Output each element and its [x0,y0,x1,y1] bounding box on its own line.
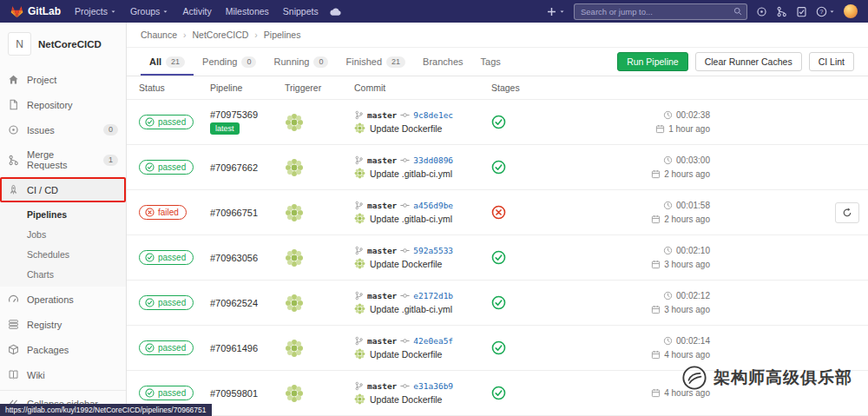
branch-link[interactable]: master [367,381,397,391]
branch-link[interactable]: master [367,155,397,165]
sidebar-subitem-schedules[interactable]: Schedules [0,244,126,264]
pipeline-status-badge[interactable]: passed [139,115,194,129]
tab-all[interactable]: All21 [141,48,194,76]
nav-menu-groups[interactable]: Groups [123,0,175,23]
breadcrumb: Chaunce›NetCoreCICD›Pipelines [127,23,868,48]
sidebar-item-packages[interactable]: Packages [0,337,126,362]
time-cell: 00:02:12 3 hours ago [646,291,818,314]
stage-icon[interactable] [491,295,506,310]
commit-sha-link[interactable]: 33dd0896 [413,155,453,165]
breadcrumb-item[interactable]: Pipelines [264,30,301,40]
tab-branches[interactable]: Branches [414,48,471,76]
pipeline-id-link[interactable]: #70959801 [210,388,258,399]
triggerer-avatar[interactable] [285,294,354,313]
tab-tags[interactable]: Tags [472,48,510,76]
branch-link[interactable]: master [367,201,397,210]
commit-sha-link[interactable]: e2172d1b [413,291,453,300]
breadcrumb-item[interactable]: NetCoreCICD [193,30,249,40]
retry-button[interactable] [835,202,859,223]
stage-icon[interactable] [491,386,506,400]
pipeline-status-badge[interactable]: passed [139,340,194,355]
triggerer-avatar[interactable] [285,113,354,132]
help-menu-button[interactable] [816,6,835,17]
stage-icon[interactable] [491,250,506,265]
pipeline-status-badge[interactable]: passed [139,250,194,265]
nav-menu-projects[interactable]: Projects [68,0,123,23]
watermark: 架构师高级俱乐部 [681,365,852,391]
commit-message-link[interactable]: Update .gitlab-ci.yml [370,214,452,224]
search-box[interactable] [574,3,747,20]
commit-message-link[interactable]: Update Dockerfile [370,349,442,360]
merge-requests-button[interactable] [776,6,787,17]
commit-sha-link[interactable]: e31a36b9 [413,381,453,391]
sidebar-item-repository[interactable]: Repository [0,92,126,117]
triggerer-avatar[interactable] [285,158,354,177]
pipeline-id-link[interactable]: #70967662 [210,162,258,173]
nav-menu-snippets[interactable]: Snippets [276,0,326,23]
ci-cloud-button[interactable] [329,7,342,17]
sidebar-subitem-charts[interactable]: Charts [0,264,126,284]
nav-menu-milestones[interactable]: Milestones [219,0,276,23]
branch-link[interactable]: master [367,110,397,120]
tab-running[interactable]: Running0 [265,48,337,76]
help-icon [816,6,827,17]
commit-message-link[interactable]: Update Dockerfile [370,123,442,134]
pipeline-id-link[interactable]: #70963056 [210,253,258,263]
commit-message-link[interactable]: Update .gitlab-ci.yml [370,304,452,314]
tab-count-badge: 0 [313,56,328,68]
commit-message-link[interactable]: Update Dockerfile [370,394,442,405]
nav-menu-activity[interactable]: Activity [175,0,218,23]
pipeline-status-badge[interactable]: passed [139,160,194,175]
run-pipeline-button[interactable]: Run Pipeline [617,52,688,71]
clear-runner-caches-button[interactable]: Clear Runner Caches [695,52,802,71]
issues-button[interactable] [756,6,767,17]
triggerer-avatar[interactable] [285,339,354,358]
triggerer-avatar[interactable] [285,203,354,222]
pipeline-status-badge[interactable]: failed [139,205,187,220]
pipeline-status-badge[interactable]: passed [139,386,194,400]
ci-lint-button[interactable]: CI Lint [809,52,854,71]
project-header[interactable]: N NetCoreCICD [0,23,126,67]
pipeline-id-link[interactable]: #70962524 [210,298,258,308]
sidebar-item-wiki[interactable]: Wiki [0,362,126,387]
breadcrumb-item[interactable]: Chaunce [141,30,177,40]
time-wrap: 00:02:14 4 hours ago [646,336,710,360]
commit-message-link[interactable]: Update Dockerfile [370,259,442,269]
sidebar-item-registry[interactable]: Registry [0,312,126,337]
pipeline-time-ago: 3 hours ago [651,305,710,314]
commit-sha-link[interactable]: 9c8de1ec [413,110,453,120]
sidebar-item-operations[interactable]: Operations [0,287,126,312]
gitlab-logo[interactable]: GitLab [10,5,61,18]
search-input[interactable] [579,6,730,17]
home-icon [8,74,19,85]
chevron-down-icon [110,9,116,15]
branch-link[interactable]: master [367,246,397,255]
user-avatar[interactable] [844,4,858,18]
tab-pending[interactable]: Pending0 [194,48,265,76]
pipeline-id-link[interactable]: #70966751 [210,208,258,218]
triggerer-avatar[interactable] [285,248,354,267]
pipeline-status-badge[interactable]: passed [139,295,194,310]
stage-icon[interactable] [491,205,506,220]
commit-sha-link[interactable]: a456d9be [413,201,453,210]
branch-link[interactable]: master [367,291,397,300]
tab-finished[interactable]: Finished21 [337,48,414,76]
sidebar-item-merge-requests[interactable]: Merge Requests1 [0,142,126,177]
pipeline-id-link[interactable]: #70975369 [210,109,258,120]
sidebar-subitem-pipelines[interactable]: Pipelines [0,204,126,224]
sidebar-subitem-jobs[interactable]: Jobs [0,224,126,244]
sidebar-item-project[interactable]: Project [0,67,126,92]
branch-link[interactable]: master [367,336,397,346]
commit-sha-link[interactable]: 592a5533 [413,246,453,255]
sidebar-item-ci-cd[interactable]: CI / CD [0,177,126,202]
pipeline-id-link[interactable]: #70961496 [210,343,258,353]
new-menu-button[interactable] [546,6,565,17]
triggerer-avatar[interactable] [285,384,354,403]
stage-icon[interactable] [491,340,506,355]
commit-message-link[interactable]: Update .gitlab-ci.yml [370,168,452,179]
sidebar-item-issues[interactable]: Issues0 [0,117,126,142]
commit-sha-link[interactable]: 42e0ea5f [413,336,453,346]
stage-icon[interactable] [491,160,506,175]
todos-button[interactable] [796,6,807,17]
stage-icon[interactable] [491,115,506,129]
